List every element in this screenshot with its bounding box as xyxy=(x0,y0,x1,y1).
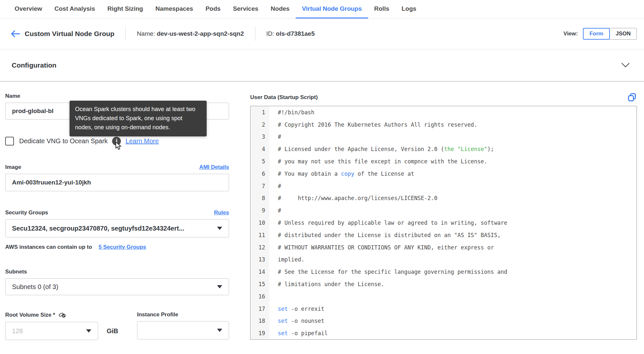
dedicate-vng-checkbox[interactable] xyxy=(5,137,14,145)
mouse-cursor-icon xyxy=(115,142,123,150)
image-input-value: Ami-003fruuen12-yui-10jkh xyxy=(12,179,91,186)
rules-link[interactable]: Rules xyxy=(214,209,229,216)
code-line[interactable]: # Copyright 2016 The Kubernetes Authors … xyxy=(269,121,637,128)
dedicate-vng-label: Dedicate VNG to Ocean Spark xyxy=(19,137,108,145)
vng-name: Name: dev-us-west-2-app-sqn2-sqn2 xyxy=(137,30,244,37)
page-header: Custom Virtual Node Group Name: dev-us-w… xyxy=(0,19,644,49)
code-line-row: 8# http://www.apache.org/licenses/LICENS… xyxy=(251,192,637,205)
caret-down-icon xyxy=(217,285,222,288)
code-line[interactable]: # distributed under the License is distr… xyxy=(269,232,637,238)
tab-pods[interactable]: Pods xyxy=(199,0,226,19)
five-security-groups-link[interactable]: 5 Security Groups xyxy=(98,244,146,250)
code-line[interactable]: # you may not use this file except in co… xyxy=(269,158,637,165)
tab-cost-analysis[interactable]: Cost Analysis xyxy=(48,0,101,19)
caret-down-icon xyxy=(217,329,222,332)
chevron-down-icon xyxy=(621,63,630,68)
code-line-row: 16 xyxy=(251,290,637,303)
caret-down-icon xyxy=(86,329,91,333)
code-line-row: 17set -o errexit xyxy=(251,303,637,315)
code-line-row: 12# WITHOUT WARRANTIES OR CONDITIONS OF … xyxy=(251,241,637,254)
user-data-title: User Data (Startup Script) xyxy=(250,94,318,101)
line-number: 7 xyxy=(251,180,269,192)
root-volume-select[interactable]: 128 xyxy=(5,322,98,340)
ocean-spark-tooltip: Ocean Spark clusters should have at leas… xyxy=(70,101,207,136)
back-button[interactable] xyxy=(10,28,21,39)
user-data-panel: User Data (Startup Script) 1#!/bin/bash2… xyxy=(250,93,637,340)
code-line[interactable]: # Licensed under the Apache License, Ver… xyxy=(269,146,637,152)
code-editor-body: 1#!/bin/bash2# Copyright 2016 The Kubern… xyxy=(251,106,637,339)
root-volume-row: Root Volume Size * 128 GiB Instance Prof… xyxy=(5,311,229,340)
tab-rolls[interactable]: Rolls xyxy=(368,0,395,19)
code-line[interactable]: # xyxy=(269,183,637,189)
divider xyxy=(255,27,255,41)
image-input[interactable]: Ami-003fruuen12-yui-10jkh xyxy=(5,174,229,191)
code-line-row: 7# xyxy=(251,180,637,192)
code-line[interactable]: set -o nounset xyxy=(269,318,637,324)
instance-profile-select[interactable] xyxy=(137,321,229,339)
gib-unit-label: GiB xyxy=(107,327,118,335)
code-line[interactable]: # xyxy=(269,207,637,214)
view-json-button[interactable]: JSON xyxy=(610,28,637,40)
caret-down-icon xyxy=(217,227,222,230)
tab-overview[interactable]: Overview xyxy=(8,0,48,19)
line-number: 12 xyxy=(251,241,269,254)
code-line[interactable]: # See the License for the specific langu… xyxy=(269,269,637,275)
instance-profile-label: Instance Profile xyxy=(137,311,229,318)
security-groups-value: Secu12324, secgroup23470870, segtuyfsd12… xyxy=(12,225,213,232)
name-input-value: prod-global-bl xyxy=(12,107,54,115)
code-line[interactable]: # WITHOUT WARRANTIES OR CONDITIONS OF AN… xyxy=(269,244,637,251)
tab-services[interactable]: Services xyxy=(227,0,264,19)
line-number: 2 xyxy=(251,119,269,131)
code-line-row: 3# xyxy=(251,131,637,143)
code-line[interactable]: set -o errexit xyxy=(269,306,637,312)
configuration-body: Name prod-global-bl Ocean Spark clusters… xyxy=(0,82,644,340)
root-volume-group: Root Volume Size * 128 xyxy=(5,311,98,340)
copy-icon xyxy=(628,93,636,102)
view-toggle: Form JSON xyxy=(583,28,637,40)
code-line-row: 1#!/bin/bash xyxy=(251,106,637,119)
code-line[interactable]: implied. xyxy=(269,256,637,263)
code-line-row: 14# See the License for the specific lan… xyxy=(251,266,637,278)
line-number: 10 xyxy=(251,217,269,229)
copy-button[interactable] xyxy=(628,93,636,102)
line-number: 11 xyxy=(251,229,269,241)
view-label: View: xyxy=(563,31,578,37)
tab-nodes[interactable]: Nodes xyxy=(264,0,296,19)
line-number: 6 xyxy=(251,168,269,180)
line-number: 18 xyxy=(251,315,269,327)
vng-id: ID: ols-d7381ae5 xyxy=(266,30,315,37)
tab-namespaces[interactable]: Namespaces xyxy=(149,0,199,19)
subnets-select[interactable]: Subnets 0 (of 3) xyxy=(5,278,229,295)
code-line[interactable]: # Unless required by applicable law or a… xyxy=(269,220,637,226)
line-number: 9 xyxy=(251,204,269,217)
security-groups-select[interactable]: Secu12324, secgroup23470870, segtuyfsd12… xyxy=(5,219,229,237)
divider xyxy=(125,27,126,41)
code-line-row: 2# Copyright 2016 The Kubernetes Authors… xyxy=(251,119,637,131)
code-line-row: 9# xyxy=(251,204,637,217)
code-line-row: 18set -o nounset xyxy=(251,315,637,327)
page-title: Custom Virtual Node Group xyxy=(25,30,114,38)
line-number: 16 xyxy=(251,290,269,303)
code-line[interactable]: # limitations under the License. xyxy=(269,281,637,287)
form-column: Name prod-global-bl Ocean Spark clusters… xyxy=(5,93,229,340)
code-line[interactable]: #!/bin/bash xyxy=(269,109,637,116)
code-line[interactable]: # http://www.apache.org/licenses/LICENSE… xyxy=(269,195,637,201)
info-wrap: i xyxy=(112,137,121,145)
tab-virtual-node-groups[interactable]: Virtual Node Groups xyxy=(296,0,368,19)
line-number: 5 xyxy=(251,155,269,168)
tab-logs[interactable]: Logs xyxy=(395,0,422,19)
code-line[interactable]: # You may obtain a copy of the License a… xyxy=(269,171,637,177)
learn-more-link[interactable]: Learn More xyxy=(125,137,159,145)
view-form-button[interactable]: Form xyxy=(583,28,610,40)
code-editor[interactable]: 1#!/bin/bash2# Copyright 2016 The Kubern… xyxy=(250,106,637,340)
code-line-row: 4# Licensed under the Apache License, Ve… xyxy=(251,143,637,155)
collapse-toggle[interactable] xyxy=(621,63,630,68)
name-label: Name xyxy=(5,93,229,99)
subnets-label: Subnets xyxy=(5,269,229,275)
line-number: 17 xyxy=(251,303,269,315)
code-line[interactable]: # xyxy=(269,133,637,140)
tab-right-sizing[interactable]: Right Sizing xyxy=(101,0,149,19)
configuration-section-header[interactable]: Configuration xyxy=(0,49,644,82)
code-line[interactable]: set -o pipefail xyxy=(269,330,637,336)
ami-details-link[interactable]: AMI Details xyxy=(199,164,229,171)
